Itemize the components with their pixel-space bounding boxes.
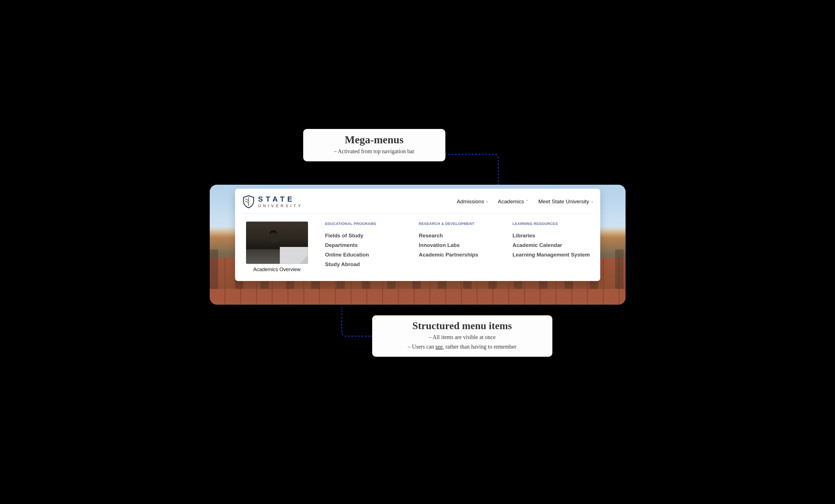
mega-column-educational-programs: EDUCATIONAL PROGRAMS Fields of Study Dep…	[325, 222, 406, 273]
mega-item[interactable]: Study Abroad	[325, 260, 406, 269]
overview-caption: Academics Overview	[242, 267, 312, 273]
nav-label: Admissions	[457, 199, 484, 205]
shield-icon	[242, 195, 255, 208]
overview-thumbnail	[246, 222, 308, 264]
callout-subtitle: – Activated from top navigation bar	[312, 147, 436, 155]
mega-item[interactable]: Fields of Study	[325, 231, 406, 240]
mega-item[interactable]: Online Education	[325, 250, 406, 260]
mega-column-heading: RESEARCH & DEVELOPMENT	[419, 222, 500, 226]
callout-mega-menus: Mega-menus – Activated from top navigati…	[303, 129, 445, 162]
callout-structured-items: Structured menu items – All items are vi…	[372, 315, 552, 357]
callout-title: Structured menu items	[381, 320, 543, 332]
logo-line1: STATE	[258, 195, 303, 204]
mega-item[interactable]: Innovation Labs	[419, 240, 500, 250]
annotated-figure: Mega-menus – Activated from top navigati…	[209, 126, 626, 378]
chevron-down-icon: ˅	[526, 199, 528, 204]
logo-text: STATE UNIVERSITY	[258, 195, 303, 208]
callout-title: Mega-menus	[312, 134, 436, 146]
mega-column-heading: EDUCATIONAL PROGRAMS	[325, 222, 406, 226]
mega-item[interactable]: Libraries	[513, 231, 593, 240]
logo-line2: UNIVERSITY	[258, 204, 303, 208]
mega-column-heading: LEARNING RESOURCES	[513, 222, 593, 226]
callout-line1: – All items are visible at once	[381, 333, 543, 341]
site-logo[interactable]: STATE UNIVERSITY	[242, 195, 303, 208]
mega-column-learning-resources: LEARNING RESOURCES Libraries Academic Ca…	[513, 222, 593, 273]
callout-line2: – Users can see, rather than having to r…	[381, 343, 543, 350]
chevron-right-icon: ›	[487, 199, 488, 204]
nav-label: Academics	[498, 199, 524, 205]
website-preview: STATE UNIVERSITY Admissions › Academics …	[210, 185, 626, 305]
mega-menu: Academics Overview EDUCATIONAL PROGRAMS …	[242, 214, 593, 273]
mega-column-research-development: RESEARCH & DEVELOPMENT Research Innovati…	[419, 222, 500, 273]
nav-admissions[interactable]: Admissions ›	[457, 199, 488, 205]
site-header: STATE UNIVERSITY Admissions › Academics …	[242, 192, 593, 214]
mega-item[interactable]: Learning Management System	[513, 250, 593, 260]
nav-academics[interactable]: Academics ˅	[498, 199, 528, 205]
mega-item[interactable]: Academic Calendar	[513, 240, 593, 250]
mega-item[interactable]: Academic Partnerships	[419, 250, 500, 260]
chevron-right-icon: ›	[591, 199, 593, 204]
mega-item[interactable]: Research	[419, 231, 500, 240]
primary-nav: Admissions › Academics ˅ Meet State Univ…	[457, 199, 593, 205]
nav-label: Meet State University	[538, 199, 589, 205]
nav-meet-state-university[interactable]: Meet State University ›	[538, 199, 593, 205]
mega-item[interactable]: Departments	[325, 240, 406, 250]
site-panel: STATE UNIVERSITY Admissions › Academics …	[235, 189, 600, 281]
mega-overview[interactable]: Academics Overview	[242, 222, 312, 273]
